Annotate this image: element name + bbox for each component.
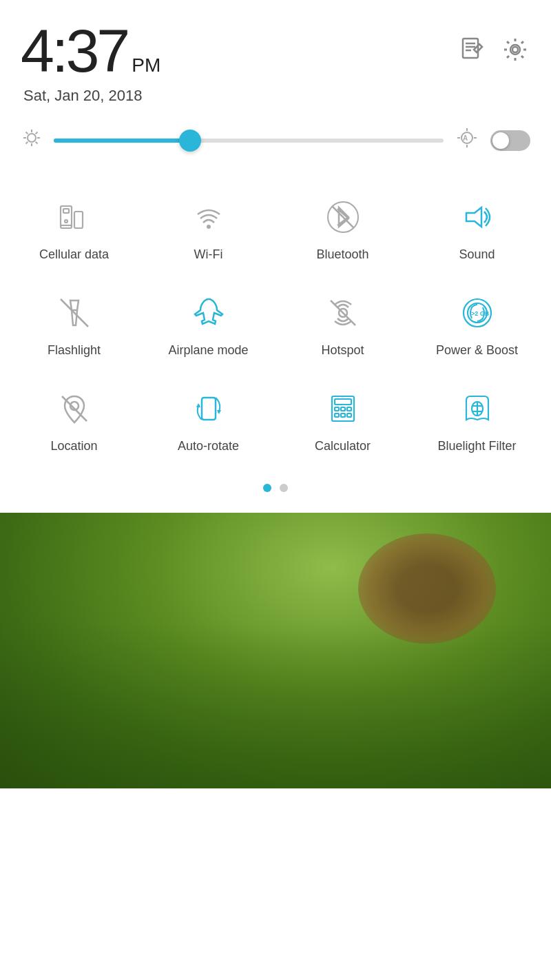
svg-line-14 [26, 142, 28, 144]
flashlight-icon [54, 292, 95, 334]
time-block: 4:37 PM Sat, Jan 20, 2018 [21, 21, 160, 105]
svg-rect-42 [335, 399, 351, 405]
svg-line-11 [26, 132, 28, 134]
tile-calculator[interactable]: Calculator [276, 374, 410, 470]
auto-brightness-toggle[interactable] [490, 130, 530, 151]
sound-icon [457, 196, 498, 238]
date-display: Sat, Jan 20, 2018 [23, 87, 160, 105]
cellular-data-label: Cellular data [39, 247, 109, 262]
brightness-row: A [0, 112, 551, 176]
svg-rect-22 [74, 212, 83, 228]
airplane-mode-label: Airplane mode [168, 343, 248, 358]
time-ampm: PM [132, 54, 160, 76]
svg-rect-38 [202, 398, 216, 420]
tile-power-boost[interactable]: >2 GB Power & Boost [410, 278, 544, 374]
brightness-low-icon [21, 127, 43, 154]
tile-cellular-data[interactable]: Cellular data [7, 183, 141, 278]
svg-line-12 [36, 142, 38, 144]
tile-sound[interactable]: Sound [410, 183, 544, 278]
svg-point-6 [28, 134, 36, 142]
page-dots [0, 470, 551, 513]
svg-point-25 [65, 220, 67, 223]
notes-icon[interactable] [457, 34, 488, 65]
brightness-thumb [179, 130, 201, 152]
brightness-slider[interactable] [54, 139, 444, 143]
svg-marker-29 [466, 207, 481, 227]
tile-bluetooth[interactable]: Bluetooth [276, 183, 410, 278]
tile-flashlight[interactable]: Flashlight [7, 278, 141, 374]
header-icons [457, 34, 530, 65]
svg-text:A: A [463, 134, 468, 142]
page-dot-1[interactable] [263, 484, 271, 492]
sound-label: Sound [459, 247, 495, 262]
svg-point-5 [512, 47, 518, 52]
brightness-fill [54, 139, 190, 143]
auto-rotate-label: Auto-rotate [178, 439, 239, 453]
airplane-mode-icon [188, 292, 229, 334]
svg-rect-46 [335, 414, 339, 417]
toggle-knob [492, 132, 509, 149]
quick-tiles-grid: Cellular data Wi-Fi [0, 176, 551, 470]
svg-text:>2 GB: >2 GB [471, 310, 490, 317]
bluelight-filter-icon [457, 388, 498, 429]
tile-bluelight-filter[interactable]: Bluelight Filter [410, 374, 544, 470]
wifi-icon [188, 196, 229, 238]
settings-icon[interactable] [500, 34, 530, 65]
wifi-label: Wi-Fi [194, 247, 223, 262]
power-boost-icon: >2 GB [457, 292, 498, 334]
svg-rect-44 [341, 407, 345, 411]
header: 4:37 PM Sat, Jan 20, 2018 [0, 0, 551, 112]
auto-brightness-icon: A [455, 125, 479, 155]
power-boost-label: Power & Boost [436, 343, 518, 358]
svg-marker-40 [196, 403, 200, 407]
tile-airplane-mode[interactable]: Airplane mode [141, 278, 276, 374]
svg-rect-45 [347, 407, 351, 411]
svg-rect-47 [341, 414, 345, 417]
time-display: 4:37 [21, 21, 127, 81]
tile-auto-rotate[interactable]: Auto-rotate [141, 374, 276, 470]
tile-hotspot[interactable]: Hotspot [276, 278, 410, 374]
bluetooth-icon [322, 196, 364, 238]
svg-rect-43 [335, 407, 339, 411]
svg-line-30 [61, 299, 88, 327]
flashlight-label: Flashlight [48, 343, 101, 358]
svg-line-27 [332, 206, 354, 228]
page-dot-2[interactable] [280, 484, 288, 492]
hotspot-icon [322, 292, 364, 334]
svg-line-13 [36, 132, 38, 134]
notification-panel: 4:37 PM Sat, Jan 20, 2018 [0, 0, 551, 513]
location-icon [54, 388, 95, 429]
cellular-data-icon [54, 196, 95, 238]
wallpaper [0, 513, 551, 788]
calculator-label: Calculator [315, 439, 371, 453]
tile-wifi[interactable]: Wi-Fi [141, 183, 276, 278]
svg-rect-48 [347, 414, 351, 417]
bluetooth-label: Bluetooth [316, 247, 368, 262]
location-label: Location [50, 439, 97, 453]
bluelight-filter-label: Bluelight Filter [437, 439, 516, 453]
calculator-icon [322, 388, 364, 429]
svg-marker-39 [217, 410, 221, 414]
hotspot-label: Hotspot [321, 343, 364, 358]
tile-location[interactable]: Location [7, 374, 141, 470]
svg-point-26 [207, 225, 211, 229]
svg-rect-23 [63, 209, 69, 213]
auto-rotate-icon [188, 388, 229, 429]
